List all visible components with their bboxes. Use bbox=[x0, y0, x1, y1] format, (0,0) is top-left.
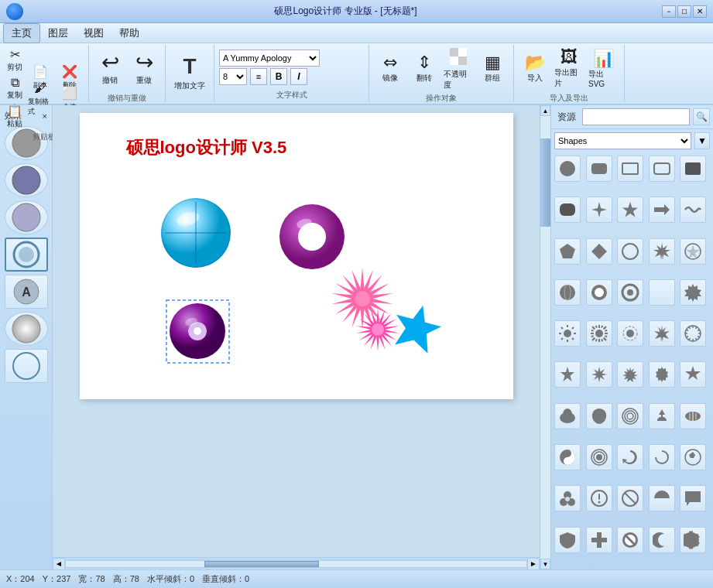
cyan-star[interactable] bbox=[389, 303, 444, 359]
shape-warning[interactable] bbox=[586, 485, 612, 511]
shape-settings[interactable] bbox=[680, 527, 706, 553]
group-button[interactable]: ▦群组 bbox=[476, 46, 509, 91]
menu-item-view[interactable]: 视图 bbox=[76, 24, 111, 43]
shape-arrow[interactable] bbox=[649, 197, 675, 223]
shapes-category-select[interactable]: Shapes bbox=[554, 132, 691, 149]
export-image-button[interactable]: 🖼导出图片 bbox=[553, 46, 585, 91]
bold-button[interactable]: B bbox=[270, 68, 287, 85]
shape-circle3d[interactable] bbox=[554, 279, 581, 306]
effect-item-5[interactable]: A bbox=[5, 275, 48, 309]
close-button[interactable]: ✕ bbox=[693, 5, 707, 18]
import-button[interactable]: 📂导入 bbox=[519, 46, 551, 91]
effect-item-7[interactable] bbox=[5, 349, 48, 383]
shape-recycle[interactable] bbox=[649, 403, 675, 429]
shape-blob2[interactable] bbox=[586, 403, 612, 429]
paste-button[interactable]: 📋粘贴 bbox=[5, 103, 25, 130]
copy-button[interactable]: ⧉复制 bbox=[5, 75, 25, 101]
shape-badge2[interactable] bbox=[680, 361, 706, 388]
shape-dark-rect[interactable] bbox=[680, 156, 706, 182]
shape-target[interactable] bbox=[586, 444, 612, 470]
shape-sun-sm[interactable] bbox=[554, 320, 581, 347]
search-button[interactable]: 🔍 bbox=[693, 108, 710, 125]
effect-item-4[interactable] bbox=[5, 238, 48, 272]
shape-badge[interactable] bbox=[680, 279, 706, 306]
shape-football[interactable] bbox=[680, 403, 706, 429]
menu-item-layers[interactable]: 图层 bbox=[40, 24, 76, 43]
shape-starburst3[interactable] bbox=[680, 320, 706, 347]
scroll-down-button[interactable]: ▼ bbox=[540, 559, 550, 569]
italic-button[interactable]: I bbox=[290, 68, 307, 85]
effect-item-3[interactable] bbox=[5, 200, 48, 234]
shape-crescent[interactable] bbox=[649, 279, 675, 306]
cyan-ball[interactable] bbox=[157, 194, 235, 274]
delete-button[interactable]: ❌删除 bbox=[56, 67, 84, 87]
export-svg-button[interactable]: 📊导出SVG bbox=[587, 46, 619, 91]
shape-starburst[interactable] bbox=[649, 238, 675, 265]
shape-ring[interactable] bbox=[586, 279, 612, 306]
undo-button[interactable]: ↩ 撤销 bbox=[94, 46, 126, 91]
shape-star8[interactable] bbox=[586, 361, 612, 388]
font-size-select[interactable]: 8 bbox=[219, 68, 247, 85]
shape-half-circle[interactable] bbox=[649, 485, 675, 511]
shape-diamond[interactable] bbox=[586, 238, 612, 265]
shape-half-moon[interactable] bbox=[649, 527, 675, 553]
scroll-track-v[interactable] bbox=[540, 116, 550, 559]
shape-blob[interactable] bbox=[554, 403, 581, 429]
scroll-track-h[interactable] bbox=[65, 560, 527, 568]
shape-rounded-rect[interactable] bbox=[586, 156, 612, 182]
menu-item-home[interactable]: 主页 bbox=[3, 23, 40, 43]
shape-trifoil[interactable] bbox=[554, 485, 581, 511]
font-family-select[interactable]: A Yummy Apology bbox=[219, 50, 320, 67]
shape-circle-rings[interactable] bbox=[617, 403, 643, 429]
resource-search-input[interactable] bbox=[582, 108, 690, 125]
shape-prohibited2[interactable] bbox=[617, 527, 643, 553]
shapes-dropdown-arrow[interactable]: ▼ bbox=[694, 132, 710, 149]
scroll-right-button[interactable]: ► bbox=[527, 558, 540, 570]
align-left-button[interactable]: ≡ bbox=[250, 68, 267, 85]
shape-rect[interactable] bbox=[617, 156, 643, 182]
shape-rect-2[interactable] bbox=[649, 156, 675, 182]
shape-dark-rounded[interactable] bbox=[554, 197, 581, 223]
add-text-button[interactable]: T 增加文字 bbox=[170, 50, 209, 95]
mirror-button[interactable]: ⇔镜像 bbox=[374, 46, 406, 91]
shape-wave[interactable] bbox=[680, 197, 706, 223]
canvas-horizontal-scrollbar[interactable]: ◄ ► bbox=[53, 557, 540, 569]
shape-cross[interactable] bbox=[586, 527, 612, 553]
shape-sun-lg[interactable] bbox=[586, 320, 612, 347]
minimize-button[interactable]: － bbox=[662, 5, 676, 18]
maximize-button[interactable]: □ bbox=[677, 5, 691, 18]
shape-starburst2[interactable] bbox=[649, 320, 675, 347]
shape-circle-2[interactable] bbox=[617, 238, 643, 265]
shape-yin-yang[interactable] bbox=[554, 444, 581, 470]
shape-gear[interactable] bbox=[649, 361, 675, 388]
shape-spinner[interactable] bbox=[649, 444, 675, 470]
cut-button[interactable]: ✂剪切 bbox=[5, 46, 25, 74]
effect-item-6[interactable] bbox=[5, 312, 48, 346]
shape-pentagon[interactable] bbox=[554, 238, 581, 265]
redo-button[interactable]: ↪ 重做 bbox=[128, 46, 160, 91]
selected-purple-ball[interactable] bbox=[165, 299, 231, 367]
scroll-up-button[interactable]: ▲ bbox=[540, 105, 550, 116]
shape-complex[interactable] bbox=[680, 238, 706, 265]
scroll-thumb-v[interactable] bbox=[540, 138, 550, 227]
menu-item-help[interactable]: 帮助 bbox=[111, 24, 147, 43]
shape-prohibited[interactable] bbox=[617, 485, 643, 511]
shape-star10[interactable] bbox=[617, 361, 643, 388]
scroll-left-button[interactable]: ◄ bbox=[53, 558, 65, 570]
shape-circle[interactable] bbox=[554, 156, 581, 182]
shape-star5[interactable] bbox=[617, 197, 643, 223]
shape-soccer[interactable] bbox=[680, 444, 706, 470]
flip-button[interactable]: ⇕翻转 bbox=[408, 46, 440, 91]
shape-circle4[interactable] bbox=[617, 279, 643, 306]
opacity-button[interactable]: 不透明度 bbox=[442, 46, 475, 91]
canvas[interactable]: 硕思logo设计师 V3.5 bbox=[80, 113, 513, 399]
canvas-vertical-scrollbar[interactable]: ▲ ▼ bbox=[540, 105, 550, 569]
shape-speech[interactable] bbox=[680, 485, 706, 511]
shape-shield[interactable] bbox=[554, 527, 581, 553]
scroll-thumb-h[interactable] bbox=[204, 561, 320, 567]
shape-circle-arrow[interactable] bbox=[617, 444, 643, 470]
shape-star4[interactable] bbox=[586, 197, 612, 223]
shape-star6[interactable] bbox=[554, 361, 581, 388]
shape-sun-md[interactable] bbox=[617, 320, 643, 347]
copy-format-button[interactable]: 🖌复制格式 bbox=[26, 89, 54, 109]
